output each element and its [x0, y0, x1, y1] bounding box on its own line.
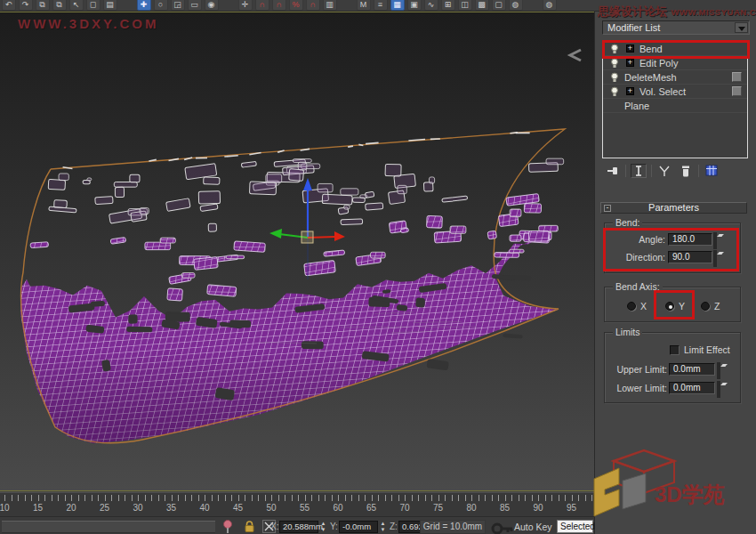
percent-snap-icon[interactable]: %	[289, 0, 303, 11]
undo-icon[interactable]: ↶	[2, 0, 16, 11]
limit-effect-label: Limit Effect	[684, 344, 730, 356]
scene-canvas[interactable]	[0, 12, 594, 490]
modifier-stack-row-plane[interactable]: Plane	[603, 99, 747, 113]
modifier-stack-row-bend[interactable]: +Bend	[603, 42, 747, 56]
upper-limit-field[interactable]: 0.0mm	[669, 363, 715, 376]
select-object-icon[interactable]: ↖	[69, 0, 84, 11]
bend-group: Bend: Angle: 180.0 Direction: 90.0	[604, 222, 741, 273]
ruler-tick	[178, 495, 179, 501]
modifier-label: DeleteMesh	[624, 72, 677, 83]
auto-key-button[interactable]: Auto Key	[514, 522, 552, 532]
modifier-enable-bulb-icon[interactable]	[610, 58, 619, 69]
redo-icon[interactable]: ↷	[19, 0, 33, 11]
remove-modifier-button[interactable]	[678, 164, 694, 178]
ruler-tick	[532, 495, 533, 501]
ruler-tick	[298, 495, 299, 501]
panel-watermark: 思缘设计论坛 WWW.MISSYUAN.COM	[598, 3, 754, 20]
ruler-tick	[519, 495, 519, 501]
mesh-fragment	[341, 219, 363, 224]
collapse-icon[interactable]: -	[604, 205, 611, 212]
isolate-pin-icon[interactable]	[222, 520, 233, 533]
teapot-icon[interactable]: ◍	[543, 0, 557, 11]
expand-toggle-icon[interactable]: +	[626, 87, 634, 95]
x-coord-field[interactable]: 20.588mm	[279, 521, 318, 533]
sub-object-square[interactable]	[732, 72, 742, 82]
schematic-view-icon[interactable]: ⊞	[441, 0, 455, 11]
show-end-result-button[interactable]	[631, 164, 647, 178]
select-link-icon[interactable]: ⧉	[36, 0, 50, 11]
make-unique-button[interactable]	[656, 164, 672, 178]
selection-lock-icon[interactable]	[244, 520, 255, 533]
radio-dot-icon[interactable]	[701, 302, 710, 311]
configure-modifier-sets-button[interactable]	[704, 164, 720, 178]
ruler-tick	[358, 495, 359, 501]
render-setup-icon[interactable]: ▩	[475, 0, 489, 11]
select-and-move-icon[interactable]: ✚	[137, 0, 151, 11]
modifier-stack-row-vol-select[interactable]: +Vol. Select	[603, 85, 747, 99]
ruler-tick	[525, 495, 526, 501]
y-coord-spinner[interactable]: ▲▼	[379, 521, 387, 533]
sub-object-square[interactable]	[732, 86, 742, 96]
modifier-enable-bulb-icon[interactable]	[610, 72, 619, 83]
pivot-center-icon[interactable]: ◉	[205, 0, 219, 11]
expand-toggle-icon[interactable]: +	[626, 44, 634, 53]
limit-effect-checkbox[interactable]	[670, 345, 680, 355]
selection-filter-dropdown[interactable]: Selected	[557, 520, 593, 533]
bend-axis-radio-x[interactable]: X	[627, 301, 647, 312]
modifier-list-dropdown[interactable]: Modifier List	[602, 20, 750, 35]
lower-limit-field[interactable]: 0.0mm	[669, 382, 715, 394]
lower-limit-spinner[interactable]	[717, 382, 728, 394]
select-manipulate-icon[interactable]: ✛	[238, 0, 253, 11]
radio-dot-icon[interactable]	[665, 302, 674, 311]
ruler-tick	[98, 495, 99, 501]
graphite-icon[interactable]: ▣	[407, 0, 422, 11]
ruler-label: 80	[461, 503, 482, 513]
ruler-tick	[332, 495, 333, 501]
bend-axis-radio-z[interactable]: Z	[701, 301, 720, 312]
y-coord-field[interactable]: -0.0mm	[339, 521, 378, 533]
x-coord-spinner[interactable]: ▲▼	[319, 521, 327, 533]
select-and-rotate-icon[interactable]: ○	[154, 0, 168, 11]
perspective-viewport[interactable]: WWW.3DXY.COM	[0, 12, 594, 491]
angle-label: Angle:	[605, 234, 665, 246]
angle-snap-icon[interactable]: ∩	[272, 0, 286, 11]
ruler-tick	[252, 495, 253, 501]
ruler-tick	[138, 495, 139, 501]
ruler-label: 20	[60, 503, 82, 513]
chevron-down-icon[interactable]	[735, 22, 748, 33]
snaps-toggle-icon[interactable]: ∩	[255, 0, 269, 11]
select-and-scale-icon[interactable]: ◲	[171, 0, 185, 11]
render-icon[interactable]: ◍	[509, 0, 523, 11]
set-keys-icon[interactable]	[491, 522, 514, 534]
curve-editor-icon[interactable]: ∿	[424, 0, 438, 11]
material-editor-icon[interactable]: ◫	[458, 0, 472, 11]
named-sets-icon[interactable]: ▥	[323, 0, 337, 11]
bend-axis-radio-y[interactable]: Y	[665, 301, 685, 312]
angle-field[interactable]: 180.0	[668, 233, 712, 246]
direction-spinner[interactable]	[713, 251, 725, 263]
status-bar: X: 20.588mm ▲▼ Y: -0.0mm ▲▼ Z: 0.692mm ▲…	[0, 516, 594, 534]
direction-field[interactable]: 90.0	[668, 251, 712, 263]
unlink-icon[interactable]: ⧉	[52, 0, 67, 11]
selection-region-icon[interactable]: ◻	[86, 0, 101, 11]
upper-limit-spinner[interactable]	[717, 363, 728, 376]
modifier-stack[interactable]: +Bend+Edit PolyDeleteMesh+Vol. SelectPla…	[602, 41, 748, 158]
ruler-tick	[391, 495, 392, 501]
modifier-enable-bulb-icon[interactable]	[610, 86, 619, 97]
modifier-stack-row-edit-poly[interactable]: +Edit Poly	[603, 56, 747, 70]
spinner-snap-icon[interactable]: ∩	[306, 0, 320, 11]
radio-dot-icon[interactable]	[627, 302, 636, 311]
select-by-name-icon[interactable]: ▤	[103, 0, 117, 11]
modifier-enable-bulb-icon[interactable]	[610, 44, 619, 54]
pin-stack-button[interactable]	[605, 164, 621, 178]
rendered-frame-icon[interactable]: ▢	[492, 0, 506, 11]
reference-coordinate-icon[interactable]: ▭	[188, 0, 202, 11]
angle-spinner[interactable]	[713, 233, 725, 246]
track-bar[interactable]: 101520253035404550556065707580859095	[0, 492, 594, 516]
align-icon[interactable]: ≡	[374, 0, 388, 11]
parameters-rollout-header[interactable]: - Parameters	[600, 202, 747, 214]
mirror-icon[interactable]: M	[357, 0, 371, 11]
modifier-stack-row-deletemesh[interactable]: DeleteMesh	[603, 70, 747, 85]
layer-manager-icon[interactable]: ▦	[390, 0, 405, 11]
expand-toggle-icon[interactable]: +	[626, 59, 634, 67]
